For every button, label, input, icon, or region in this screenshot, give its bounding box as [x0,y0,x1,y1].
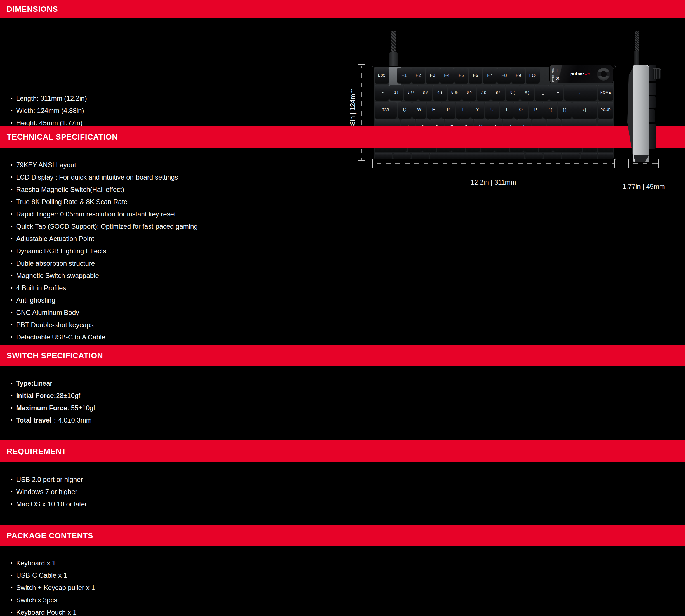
spec-item-value: Linear [34,379,52,387]
key[interactable] [544,153,561,159]
key-label: 8 * [496,91,500,94]
key[interactable] [430,153,524,159]
key-label: F8 [501,73,507,78]
key-f8[interactable]: F8 [497,68,511,83]
key-home[interactable]: HOME [598,85,613,100]
key-f9[interactable]: F9 [511,68,525,83]
key-[interactable]: \ | [572,102,597,118]
section-header-package: PACKAGE CONTENTS [0,525,685,546]
rotary-knob[interactable] [597,68,610,81]
key-i[interactable]: I [499,102,514,118]
key-label: ← [578,90,583,95]
key-8[interactable]: 8 * [491,85,505,100]
key-pgup[interactable]: PGUP [598,102,613,118]
key-label: 1 ! [394,91,399,94]
spec-item: Anti-ghosting [10,294,198,306]
profile-button[interactable]: Profile ✕ [552,74,560,82]
key-7[interactable]: 7 & [477,85,491,100]
spec-item: Keyboard Pouch x 1 [10,606,95,616]
key-f2[interactable]: F2 [411,68,425,83]
key-f10[interactable]: F10 [526,68,539,83]
key-p[interactable]: P [529,102,543,118]
menu-button[interactable]: Menu + [552,66,560,74]
usb-cable [391,31,397,53]
spec-item: Mac OS x 10.10 or later [10,498,87,510]
length-dimension-line [372,163,615,164]
key-f5[interactable]: F5 [454,68,468,83]
key-label: F5 [458,73,464,78]
spec-page: { "accent": "#E70228", "sections": { "di… [0,0,685,616]
key-1[interactable]: 1 ! [389,85,403,100]
key-3[interactable]: 3 # [419,85,432,100]
key-u[interactable]: U [485,102,499,118]
key[interactable] [598,153,613,159]
key-o[interactable]: O [514,102,528,118]
key-f6[interactable]: F6 [469,68,483,83]
key[interactable] [562,153,580,159]
spec-item: 79KEY ANSI Layout [10,159,198,171]
key-6[interactable]: 6 ^ [462,85,476,100]
key-0[interactable]: 0 ) [520,85,534,100]
key-e[interactable]: E [427,102,441,118]
key-label: \ | [583,108,586,112]
key[interactable] [525,153,543,159]
section-header-dimensions: DIMENSIONS [0,0,685,19]
close-icon: ✕ [556,76,560,81]
spec-item-label: Maximum Force [16,404,67,412]
key[interactable] [393,153,411,159]
section-header-technical: TECHNICAL SPECIFICATION [0,126,685,148]
key[interactable] [581,153,597,159]
key-q[interactable]: Q [398,102,412,118]
spec-item: USB 2.0 port or higher [10,474,87,486]
key-label: - _ [539,91,544,94]
key-y[interactable]: Y [470,102,485,118]
spec-item-value: ：4.0±0.3mm [51,416,92,425]
lcd-panel: Menu + Profile ✕ pulsareS [550,65,614,83]
key-f1[interactable]: F1 [397,68,411,83]
key-[interactable]: - _ [535,85,549,100]
spec-item: USB-C Cable x 1 [10,569,95,581]
key-5[interactable]: 5 % [448,85,462,100]
key-[interactable]: ] } [558,102,572,118]
menu-label: Menu [552,67,554,73]
key-tab[interactable]: TAB [375,102,397,118]
key-[interactable]: = + [549,85,563,100]
key-f7[interactable]: F7 [483,68,497,83]
spec-item-value: 28±10gf [56,392,80,400]
key-[interactable]: ← [564,85,597,100]
dimension-tick [358,160,365,161]
key-label: 0 ) [525,91,530,94]
key-f3[interactable]: F3 [426,68,440,83]
key-r[interactable]: R [442,102,455,118]
spec-item: LCD Display : For quick and intuitive on… [10,171,198,183]
spec-item: Maximum Force: 55±10gf [10,402,95,414]
plus-icon: + [556,67,559,73]
technical-list: 79KEY ANSI LayoutLCD Display : For quick… [10,159,198,344]
key-4[interactable]: 4 $ [433,85,447,100]
switch-list: Type: LinearInitial Force: 28±10gfMaximu… [10,377,95,426]
key-label: 7 & [481,91,487,94]
side-body [633,65,649,162]
dimension-tick [358,64,365,65]
key-esc[interactable]: ESC [375,68,389,83]
key[interactable] [412,153,429,159]
key-[interactable]: ` ~ [375,85,389,100]
section-title: PACKAGE CONTENTS [7,531,93,540]
key-label: R [447,107,450,112]
key-w[interactable]: W [412,102,426,118]
key-2[interactable]: 2 @ [404,85,418,100]
key-label: PGUP [601,108,611,112]
key-label: ] } [563,108,566,112]
key[interactable] [375,153,392,159]
key-t[interactable]: T [456,102,470,118]
key-label: U [490,107,494,112]
depth-dimension-label: 1.77in | 45mm [622,182,665,191]
spec-item: Width: 124mm (4.88in) [10,105,87,117]
key-label: O [519,107,523,112]
key-f4[interactable]: F4 [440,68,454,83]
key-9[interactable]: 9 ( [506,85,520,100]
usb-cable-side [635,31,639,51]
section-title: TECHNICAL SPECIFICATION [7,133,118,141]
key-[interactable]: [ { [543,102,557,118]
key-label: = + [554,91,559,94]
